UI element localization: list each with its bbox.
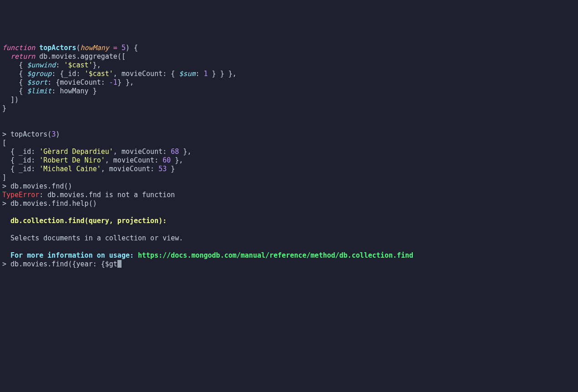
actor-name: 'Gèrard Depardieu' [39,148,113,156]
str: '$cast' [85,70,113,78]
cmd-help: db.movies.find.help() [10,199,97,208]
code-line: return db.movies.aggregate([ [2,52,126,61]
help-more: For more information on usage: https://d… [2,251,413,260]
num: 5 [122,44,126,52]
blank [2,208,6,216]
actor-name: 'Michael Caine' [39,165,101,173]
code-line: { $limit: howMany } [2,87,97,95]
p: ( [76,44,81,52]
blank [2,113,6,121]
stage-unwind: $unwind [27,61,56,69]
call-fn: topActors [10,130,47,138]
movie-count: 68 [171,148,179,156]
prompt: > [2,260,6,268]
prompt-line: > db.movies.find.help() [2,199,97,208]
blank [2,225,6,234]
keyword-function: function [2,44,35,52]
keyword-return: return [10,52,35,61]
prompt-line: > db.movies.fnd() [2,182,72,190]
cmd-typo: db.movies.fnd() [10,182,72,190]
result-rows: { _id: 'Gèrard Depardieu', movieCount: 6… [2,148,191,173]
prompt-current[interactable]: > db.movies.find({year: {$gt [2,260,122,268]
stage-sort: $sort [27,78,47,87]
ident: db.movies.aggregate([ [39,52,126,61]
prompt: > [2,199,6,208]
key: _id [64,70,76,78]
cursor [117,260,122,268]
key: movieCount [60,78,101,87]
stage-group: $group [27,70,51,78]
function-name: topActors [39,44,76,52]
code-line: { $sort: {movieCount: -1} }, [2,78,134,87]
result-open: [ [2,139,6,147]
help-url[interactable]: https://docs.mongodb.com/manual/referenc… [138,251,413,260]
ident: howMany [60,87,88,95]
help-sig: db.collection.find(query, projection): [2,217,167,225]
p: ) { [126,44,138,52]
num: -1 [109,78,117,87]
result-close: ] [2,173,6,182]
param: howMany [81,44,109,52]
help-more-label: For more information on usage: [10,251,134,260]
stage-limit: $limit [27,87,51,95]
code-line: function topActors(howMany = 5) { [2,44,138,52]
code-line: { $group: {_id: '$cast', movieCount: { $… [2,70,237,78]
error-type: TypeError [2,191,39,199]
prompt: > [2,130,6,138]
typing-text[interactable]: db.movies.find({year: {$gt [10,260,117,268]
stage-sum: $sum [179,70,195,78]
terminal-output[interactable]: function topActors(howMany = 5) { return… [2,44,576,269]
blank [2,243,6,251]
help-description: Selects documents in a collection or vie… [10,234,183,242]
error-msg: : db.movies.fnd is not a function [39,191,175,199]
prompt-line: > topActors(3) [2,130,60,138]
help-signature: db.collection.find(query, projection): [10,217,167,225]
op: = [113,44,117,52]
str: '$cast' [64,61,92,69]
help-desc: Selects documents in a collection or vie… [2,234,183,242]
blank [2,122,6,130]
prompt: > [2,182,6,190]
code-line: } [2,104,6,112]
code-line: { $unwind: '$cast'}, [2,61,101,69]
num: 1 [204,70,208,78]
code-line: ]) [2,96,19,104]
movie-count: 60 [162,156,171,164]
error-line: TypeError: db.movies.fnd is not a functi… [2,191,175,199]
actor-name: 'Robert De Niro' [39,156,105,164]
movie-count: 53 [158,165,167,173]
key: movieCount [122,70,162,78]
